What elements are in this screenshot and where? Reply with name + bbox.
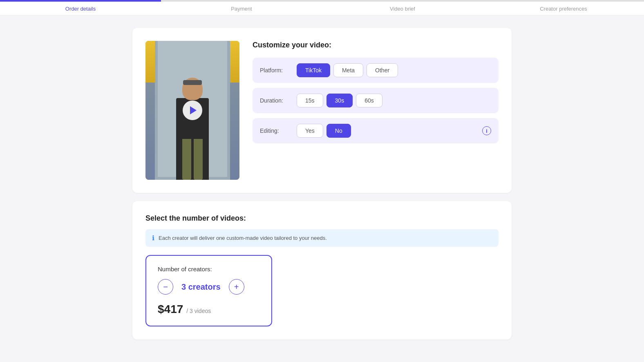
info-banner: ℹ Each creator will deliver one custom-m… bbox=[145, 229, 499, 247]
stepper-bars bbox=[0, 0, 644, 2]
stepper-bar-payment bbox=[161, 0, 322, 2]
duration-60s-button[interactable]: 60s bbox=[356, 94, 382, 107]
stepper-label-order-details[interactable]: Order details bbox=[0, 6, 161, 12]
duration-row: Duration: 15s 30s 60s bbox=[253, 88, 499, 113]
stepper: Order details Payment Video brief Creato… bbox=[0, 0, 644, 16]
editing-row: Editing: Yes No i bbox=[253, 118, 499, 143]
info-banner-icon: ℹ bbox=[152, 234, 154, 242]
creators-count-value: 3 creators bbox=[181, 282, 221, 292]
duration-30s-button[interactable]: 30s bbox=[326, 94, 353, 107]
duration-15s-button[interactable]: 15s bbox=[297, 94, 323, 107]
videos-count-card: Select the number of videos: ℹ Each crea… bbox=[132, 201, 512, 340]
stepper-label-payment[interactable]: Payment bbox=[161, 6, 322, 12]
increment-creators-button[interactable]: + bbox=[229, 279, 244, 295]
editing-label: Editing: bbox=[260, 127, 288, 134]
platform-meta-button[interactable]: Meta bbox=[333, 63, 363, 77]
price-row: $417 / 3 videos bbox=[158, 303, 260, 316]
editing-info-icon[interactable]: i bbox=[482, 126, 491, 135]
platform-other-button[interactable]: Other bbox=[367, 63, 398, 77]
customize-options: Customize your video: Platform: TikTok M… bbox=[253, 41, 499, 148]
customize-card: Customize your video: Platform: TikTok M… bbox=[132, 28, 512, 193]
video-inner bbox=[145, 41, 239, 180]
platform-row: Platform: TikTok Meta Other bbox=[253, 58, 499, 83]
platform-label: Platform: bbox=[260, 67, 288, 74]
creators-counter: − 3 creators + bbox=[158, 279, 260, 295]
stepper-label-video-brief[interactable]: Video brief bbox=[322, 6, 483, 12]
editing-yes-button[interactable]: Yes bbox=[297, 124, 323, 138]
price-per-label: / 3 videos bbox=[186, 308, 211, 314]
customize-title: Customize your video: bbox=[253, 41, 499, 49]
play-button[interactable] bbox=[183, 101, 202, 120]
main-content: Customize your video: Platform: TikTok M… bbox=[126, 28, 518, 340]
creators-card-title: Number of creators: bbox=[158, 266, 260, 273]
videos-section-title: Select the number of videos: bbox=[145, 214, 499, 223]
duration-label: Duration: bbox=[260, 97, 288, 104]
video-section: Customize your video: Platform: TikTok M… bbox=[145, 41, 499, 180]
stepper-bar-video-brief bbox=[322, 0, 483, 2]
info-banner-text: Each creator will deliver one custom-mad… bbox=[159, 235, 327, 241]
creators-card: Number of creators: − 3 creators + $417 … bbox=[145, 255, 272, 326]
stepper-labels: Order details Payment Video brief Creato… bbox=[0, 2, 644, 15]
stepper-label-creator-preferences[interactable]: Creator preferences bbox=[483, 6, 644, 12]
editing-btn-group: Yes No bbox=[297, 124, 474, 138]
platform-tiktok-button[interactable]: TikTok bbox=[297, 63, 330, 77]
stepper-bar-order-details bbox=[0, 0, 161, 2]
editing-no-button[interactable]: No bbox=[326, 124, 351, 138]
platform-btn-group: TikTok Meta Other bbox=[297, 63, 491, 77]
duration-btn-group: 15s 30s 60s bbox=[297, 94, 491, 107]
video-thumbnail[interactable] bbox=[145, 41, 239, 180]
price-amount: $417 bbox=[158, 303, 183, 316]
stepper-bar-creator-preferences bbox=[483, 0, 644, 2]
decrement-creators-button[interactable]: − bbox=[158, 279, 173, 295]
